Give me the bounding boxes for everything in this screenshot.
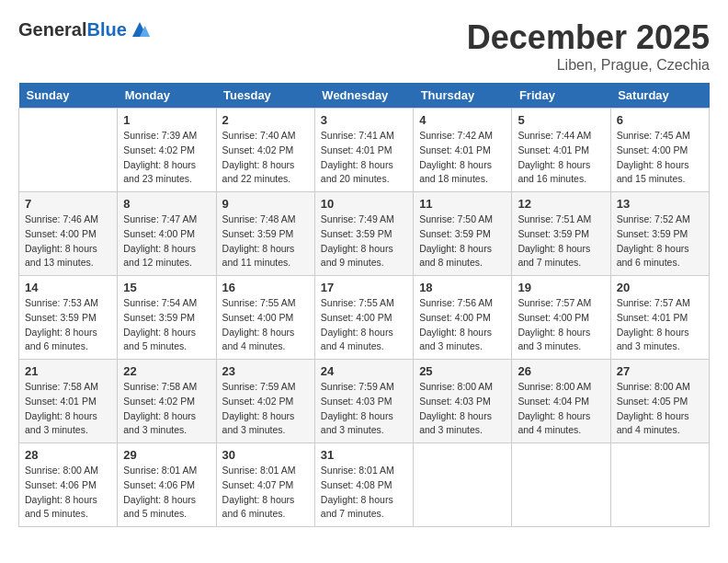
day-number: 9 (222, 197, 309, 211)
day-info: Sunrise: 7:41 AM Sunset: 4:01 PM Dayligh… (321, 129, 407, 187)
day-number: 19 (518, 281, 604, 294)
location: Liben, Prague, Czechia (467, 57, 710, 74)
week-row-3: 14Sunrise: 7:53 AM Sunset: 3:59 PM Dayli… (19, 276, 710, 360)
day-number: 26 (518, 364, 604, 378)
empty-cell (610, 443, 709, 527)
day-cell-18: 18Sunrise: 7:56 AM Sunset: 4:00 PM Dayli… (414, 276, 512, 360)
day-cell-24: 24Sunrise: 7:59 AM Sunset: 4:03 PM Dayli… (314, 360, 413, 443)
day-cell-11: 11Sunrise: 7:50 AM Sunset: 3:59 PM Dayli… (414, 192, 512, 276)
day-info: Sunrise: 7:55 AM Sunset: 4:00 PM Dayligh… (222, 296, 309, 354)
day-cell-7: 7Sunrise: 7:46 AM Sunset: 4:00 PM Daylig… (19, 192, 118, 276)
day-number: 16 (222, 281, 309, 294)
day-number: 27 (617, 364, 703, 378)
day-info: Sunrise: 7:49 AM Sunset: 3:59 PM Dayligh… (321, 213, 407, 270)
day-number: 14 (25, 281, 111, 294)
day-cell-15: 15Sunrise: 7:54 AM Sunset: 3:59 PM Dayli… (118, 276, 216, 360)
day-number: 21 (25, 364, 111, 378)
day-info: Sunrise: 7:53 AM Sunset: 3:59 PM Dayligh… (25, 296, 111, 354)
weekday-header-wednesday: Wednesday (314, 83, 413, 109)
day-number: 17 (321, 281, 407, 294)
day-number: 2 (222, 113, 309, 127)
day-cell-23: 23Sunrise: 7:59 AM Sunset: 4:02 PM Dayli… (216, 360, 314, 443)
weekday-header-thursday: Thursday (414, 83, 512, 109)
calendar-body: 1Sunrise: 7:39 AM Sunset: 4:02 PM Daylig… (19, 109, 710, 527)
day-cell-4: 4Sunrise: 7:42 AM Sunset: 4:01 PM Daylig… (414, 109, 512, 192)
day-cell-19: 19Sunrise: 7:57 AM Sunset: 4:00 PM Dayli… (512, 276, 610, 360)
day-number: 24 (321, 364, 407, 378)
day-info: Sunrise: 7:59 AM Sunset: 4:03 PM Dayligh… (321, 380, 407, 438)
day-cell-12: 12Sunrise: 7:51 AM Sunset: 3:59 PM Dayli… (512, 192, 610, 276)
weekday-header-saturday: Saturday (610, 83, 709, 109)
day-number: 30 (222, 448, 309, 462)
day-number: 18 (419, 281, 506, 294)
day-cell-29: 29Sunrise: 8:01 AM Sunset: 4:06 PM Dayli… (118, 443, 216, 527)
day-cell-22: 22Sunrise: 7:58 AM Sunset: 4:02 PM Dayli… (118, 360, 216, 443)
day-number: 25 (419, 364, 506, 378)
weekday-header-row: SundayMondayTuesdayWednesdayThursdayFrid… (19, 83, 710, 109)
week-row-1: 1Sunrise: 7:39 AM Sunset: 4:02 PM Daylig… (19, 109, 710, 192)
day-number: 28 (25, 448, 111, 462)
day-info: Sunrise: 7:54 AM Sunset: 3:59 PM Dayligh… (123, 296, 210, 354)
day-cell-30: 30Sunrise: 8:01 AM Sunset: 4:07 PM Dayli… (216, 443, 314, 527)
day-info: Sunrise: 7:55 AM Sunset: 4:00 PM Dayligh… (321, 296, 407, 354)
empty-cell (512, 443, 610, 527)
day-number: 8 (123, 197, 210, 211)
day-cell-3: 3Sunrise: 7:41 AM Sunset: 4:01 PM Daylig… (314, 109, 413, 192)
day-number: 4 (419, 113, 506, 127)
day-number: 12 (518, 197, 604, 211)
day-cell-21: 21Sunrise: 7:58 AM Sunset: 4:01 PM Dayli… (19, 360, 118, 443)
month-title: December 2025 (467, 18, 710, 57)
day-info: Sunrise: 8:00 AM Sunset: 4:06 PM Dayligh… (25, 464, 111, 522)
day-info: Sunrise: 7:45 AM Sunset: 4:00 PM Dayligh… (617, 129, 703, 187)
day-info: Sunrise: 7:50 AM Sunset: 3:59 PM Dayligh… (419, 213, 506, 270)
calendar-table: SundayMondayTuesdayWednesdayThursdayFrid… (18, 83, 710, 527)
day-info: Sunrise: 7:51 AM Sunset: 3:59 PM Dayligh… (518, 213, 604, 270)
day-number: 7 (25, 197, 111, 211)
day-cell-2: 2Sunrise: 7:40 AM Sunset: 4:02 PM Daylig… (216, 109, 314, 192)
title-block: December 2025 Liben, Prague, Czechia (467, 18, 710, 74)
day-number: 11 (419, 197, 506, 211)
page-header: GeneralBlue December 2025 Liben, Prague,… (18, 18, 710, 74)
logo-icon (129, 18, 151, 40)
day-info: Sunrise: 8:01 AM Sunset: 4:06 PM Dayligh… (123, 464, 210, 522)
day-number: 20 (617, 281, 703, 294)
logo-blue-text: Blue (86, 19, 126, 40)
day-info: Sunrise: 8:00 AM Sunset: 4:04 PM Dayligh… (518, 380, 604, 438)
day-cell-17: 17Sunrise: 7:55 AM Sunset: 4:00 PM Dayli… (314, 276, 413, 360)
week-row-5: 28Sunrise: 8:00 AM Sunset: 4:06 PM Dayli… (19, 443, 710, 527)
weekday-header-monday: Monday (118, 83, 216, 109)
day-info: Sunrise: 7:57 AM Sunset: 4:00 PM Dayligh… (518, 296, 604, 354)
weekday-header-friday: Friday (512, 83, 610, 109)
day-info: Sunrise: 7:39 AM Sunset: 4:02 PM Dayligh… (123, 129, 210, 187)
day-number: 5 (518, 113, 604, 127)
day-info: Sunrise: 8:01 AM Sunset: 4:08 PM Dayligh… (321, 464, 407, 522)
day-number: 29 (123, 448, 210, 462)
day-info: Sunrise: 7:52 AM Sunset: 3:59 PM Dayligh… (617, 213, 703, 270)
day-number: 23 (222, 364, 309, 378)
day-number: 6 (617, 113, 703, 127)
weekday-header-tuesday: Tuesday (216, 83, 314, 109)
day-info: Sunrise: 7:47 AM Sunset: 4:00 PM Dayligh… (123, 213, 210, 270)
empty-cell (414, 443, 512, 527)
day-cell-13: 13Sunrise: 7:52 AM Sunset: 3:59 PM Dayli… (610, 192, 709, 276)
day-info: Sunrise: 7:44 AM Sunset: 4:01 PM Dayligh… (518, 129, 604, 187)
day-number: 15 (123, 281, 210, 294)
day-number: 10 (321, 197, 407, 211)
day-cell-9: 9Sunrise: 7:48 AM Sunset: 3:59 PM Daylig… (216, 192, 314, 276)
day-info: Sunrise: 8:00 AM Sunset: 4:05 PM Dayligh… (617, 380, 703, 438)
day-info: Sunrise: 7:40 AM Sunset: 4:02 PM Dayligh… (222, 129, 309, 187)
day-cell-31: 31Sunrise: 8:01 AM Sunset: 4:08 PM Dayli… (314, 443, 413, 527)
day-cell-14: 14Sunrise: 7:53 AM Sunset: 3:59 PM Dayli… (19, 276, 118, 360)
day-info: Sunrise: 7:48 AM Sunset: 3:59 PM Dayligh… (222, 213, 309, 270)
day-cell-25: 25Sunrise: 8:00 AM Sunset: 4:03 PM Dayli… (414, 360, 512, 443)
day-cell-20: 20Sunrise: 7:57 AM Sunset: 4:01 PM Dayli… (610, 276, 709, 360)
day-cell-28: 28Sunrise: 8:00 AM Sunset: 4:06 PM Dayli… (19, 443, 118, 527)
day-info: Sunrise: 7:42 AM Sunset: 4:01 PM Dayligh… (419, 129, 506, 187)
day-info: Sunrise: 7:46 AM Sunset: 4:00 PM Dayligh… (25, 213, 111, 270)
day-cell-26: 26Sunrise: 8:00 AM Sunset: 4:04 PM Dayli… (512, 360, 610, 443)
week-row-2: 7Sunrise: 7:46 AM Sunset: 4:00 PM Daylig… (19, 192, 710, 276)
day-number: 31 (321, 448, 407, 462)
day-number: 13 (617, 197, 703, 211)
day-info: Sunrise: 7:57 AM Sunset: 4:01 PM Dayligh… (617, 296, 703, 354)
day-info: Sunrise: 8:00 AM Sunset: 4:03 PM Dayligh… (419, 380, 506, 438)
